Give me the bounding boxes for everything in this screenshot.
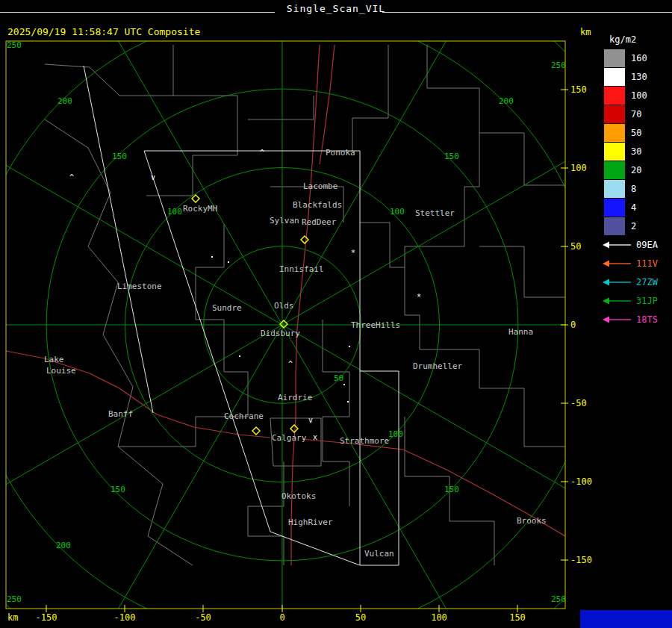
status-box <box>580 610 672 628</box>
colorbar-entry: 130 <box>597 67 672 86</box>
storm-track-legend-item: 111V <box>597 254 672 273</box>
city-label: Lake <box>44 355 64 364</box>
point-marker <box>239 355 240 357</box>
city-label: Okotoks <box>281 491 316 501</box>
right-axis-label: -150 <box>570 555 592 565</box>
colorbar-swatch <box>604 124 625 142</box>
city-label: Drumheller <box>413 361 463 371</box>
city-label: Ponoka <box>326 148 355 158</box>
radar-app-window: Single_Scan_VIL ^^^vv**xPonokaLacombeBla… <box>0 0 672 628</box>
storm-track-id: 09EA <box>636 240 658 250</box>
bottom-axis-label: -50 <box>195 612 211 623</box>
caret-marker: ^ <box>260 149 264 157</box>
range-ring-label: 100 <box>388 429 403 439</box>
colorbar-value: 130 <box>631 72 647 82</box>
colorbar-value: 30 <box>631 146 641 157</box>
storm-track-id: 27ZW <box>636 277 658 287</box>
range-ring-label: 250 <box>7 594 22 604</box>
vee-marker: v <box>308 416 313 424</box>
range-ring-label: 100 <box>167 207 182 217</box>
vee-marker: v <box>151 173 155 181</box>
bottom-axis-unit-label: km <box>7 612 18 623</box>
bottom-axis-label: 100 <box>431 612 447 623</box>
bottom-axis-label: 50 <box>355 612 366 623</box>
city-label: Olds <box>274 301 294 311</box>
point-marker <box>349 346 350 347</box>
city-label: RedDeer <box>302 217 337 227</box>
point-marker <box>343 384 345 385</box>
colorbar-swatch <box>604 161 625 179</box>
city-label: Sylvan <box>270 216 299 226</box>
colorbar-swatch <box>604 217 625 235</box>
storm-track-arrow-icon <box>601 278 632 287</box>
storm-track-legend-item: 27ZW <box>597 273 672 291</box>
range-ring-label: 250 <box>7 40 22 50</box>
range-ring-label: 100 <box>390 207 405 217</box>
colorbar-rows: 16013010070503020842 <box>597 49 672 235</box>
colorbar-entry: 20 <box>597 161 672 179</box>
colorbar-entry: 30 <box>597 142 672 161</box>
colorbar-value: 20 <box>631 165 641 175</box>
range-ring-label: 200 <box>499 96 514 106</box>
scan-timestamp: 2025/09/19 11:58:47 UTC Composite <box>7 26 200 37</box>
caret-marker: ^ <box>288 360 293 368</box>
range-ring-label: 50 <box>334 373 343 383</box>
right-axis-label: 0 <box>570 320 576 330</box>
city-label: Cochrane <box>224 411 264 421</box>
colorbar-title: kg/m2 <box>609 34 672 45</box>
point-marker <box>228 261 229 263</box>
bottom-axis-label: -150 <box>36 612 57 623</box>
colorbar-swatch <box>604 87 625 105</box>
storm-track-legend-item: 31JP <box>597 291 672 310</box>
city-label: Lacombe <box>303 181 337 191</box>
storm-track-arrow-icon <box>601 259 632 268</box>
right-axis-label: 100 <box>570 163 587 173</box>
city-label: Calgary <box>272 433 307 443</box>
arrow-head <box>603 279 609 285</box>
range-ring-label: 150 <box>444 152 459 161</box>
colorbar-entry: 70 <box>597 105 672 123</box>
colorbar-entry: 160 <box>597 49 672 67</box>
arrow-head <box>603 241 609 248</box>
city-label: Strathmore <box>340 436 389 446</box>
colorbar-swatch <box>604 105 625 123</box>
colorbar-swatch <box>604 68 625 86</box>
point-marker <box>347 401 349 402</box>
bottom-axis-label: 150 <box>509 612 526 623</box>
colorbar-value: 70 <box>631 109 641 119</box>
colorbar-swatch <box>604 199 625 217</box>
colorbar-value: 160 <box>631 53 647 63</box>
colorbar-swatch <box>604 143 625 161</box>
right-axis-unit-label: km <box>580 27 591 37</box>
colorbar-value: 8 <box>631 184 636 194</box>
vil-colorbar: kg/m2 16013010070503020842 <box>597 34 672 235</box>
right-axis-label: -50 <box>570 398 587 408</box>
arrow-head <box>603 260 609 267</box>
asterisk-marker: * <box>417 293 421 301</box>
colorbar-entry: 8 <box>597 179 672 198</box>
range-ring-label: 250 <box>551 60 566 70</box>
colorbar-value: 100 <box>631 90 647 101</box>
colorbar-value: 2 <box>631 221 636 231</box>
right-axis-label: 50 <box>570 241 581 252</box>
city-label: Vulcan <box>364 549 394 559</box>
x-marker: x <box>313 433 317 441</box>
city-label: Airdrie <box>278 393 312 402</box>
range-ring-label: 150 <box>111 485 125 494</box>
storm-track-arrow-icon <box>601 240 632 249</box>
city-label: Limestone <box>117 282 162 291</box>
colorbar-swatch <box>604 180 625 198</box>
right-axis-label: -100 <box>570 476 592 487</box>
colorbar-swatch <box>604 49 625 67</box>
city-label: Sundre <box>212 303 242 313</box>
city-label: ThreeHills <box>351 320 400 330</box>
radar-map: ^^^vv**xPonokaLacombeBlackfaldsSylvanRed… <box>0 0 672 628</box>
city-label: Brooks <box>517 516 547 526</box>
storm-track-legend-item: 18TS <box>597 310 672 329</box>
colorbar-entry: 2 <box>597 217 672 235</box>
storm-track-id: 18TS <box>636 314 658 325</box>
city-label: Louise <box>46 366 76 376</box>
range-ring-label: 150 <box>112 152 127 161</box>
storm-track-arrow-icon <box>601 315 632 324</box>
storm-track-arrow-icon <box>601 296 632 305</box>
